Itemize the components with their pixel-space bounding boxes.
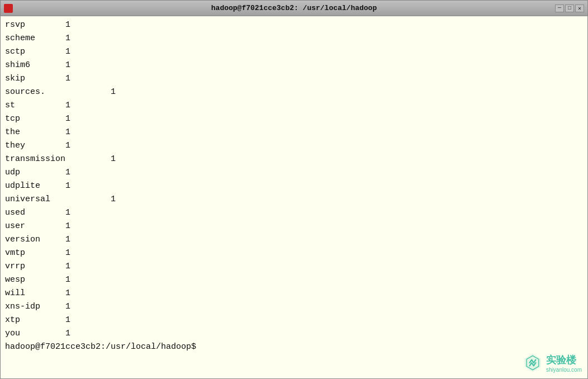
terminal-output: rsvp 1 scheme 1 sctp 1 shim6 1 skip 1 so… [5,18,583,354]
terminal-body[interactable]: rsvp 1 scheme 1 sctp 1 shim6 1 skip 1 so… [1,16,587,378]
titlebar: hadoop@f7021cce3cb2: /usr/local/hadoop ─… [1,1,587,16]
titlebar-left [4,4,13,13]
close-button[interactable]: ✕ [575,4,584,12]
watermark: 实验楼 shiyanlou.com [523,353,582,373]
minimize-button[interactable]: ─ [555,4,564,12]
terminal-icon [4,4,13,13]
watermark-cn-text: 实验楼 [546,353,576,367]
maximize-button[interactable]: □ [565,4,574,12]
window-controls: ─ □ ✕ [555,4,584,12]
watermark-en-text: shiyanlou.com [546,367,582,373]
terminal-window: hadoop@f7021cce3cb2: /usr/local/hadoop ─… [0,0,588,379]
watermark-logo-icon [523,353,543,373]
watermark-text: 实验楼 shiyanlou.com [546,353,582,373]
window-title: hadoop@f7021cce3cb2: /usr/local/hadoop [211,4,377,12]
svg-marker-0 [525,354,541,372]
